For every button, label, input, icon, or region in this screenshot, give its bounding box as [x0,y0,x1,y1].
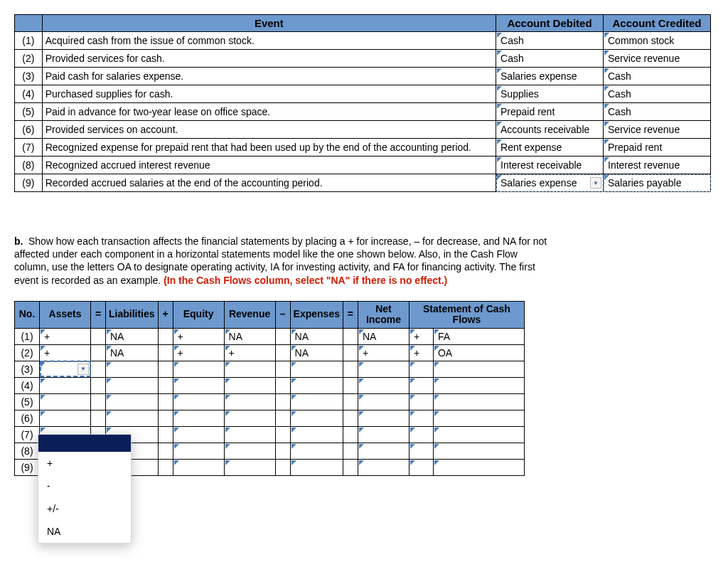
equity-cell[interactable] [173,426,224,443]
op-eq2 [343,459,358,475]
revenue-cell[interactable] [224,443,275,459]
instruction-block: b. Show how each transaction affects the… [14,235,555,287]
chevron-down-icon[interactable]: ▼ [77,364,89,375]
debited-cell[interactable]: Supplies [496,85,604,103]
credited-cell[interactable]: Interest revenue [604,157,711,174]
expenses-cell[interactable] [290,410,343,426]
credited-cell[interactable]: Cash [604,103,711,121]
cash-type-cell[interactable]: OA [433,344,524,361]
revenue-cell[interactable] [224,393,275,410]
liab-cell[interactable]: NA [106,344,159,361]
expenses-cell[interactable] [290,377,343,393]
equity-cell[interactable] [173,459,224,475]
credited-cell[interactable]: Common stock [604,32,711,50]
op-minus [275,328,290,344]
assets-cell[interactable]: + [40,328,91,344]
assets-cell[interactable] [40,393,91,410]
credited-cell[interactable]: Salaries payable [604,174,711,192]
credited-cell[interactable]: Prepaid rent [604,139,711,157]
expenses-cell[interactable] [290,459,343,475]
net-cell[interactable] [358,410,409,426]
cash-type-cell[interactable]: FA [433,328,524,344]
net-cell[interactable] [358,459,409,475]
revenue-cell[interactable] [224,410,275,426]
cash-type-cell[interactable] [433,410,524,426]
equity-cell[interactable] [173,443,224,459]
debited-cell[interactable]: Accounts receivable [496,121,604,139]
debited-cell[interactable]: Cash [496,50,604,68]
expenses-cell[interactable]: NA [290,328,343,344]
event-text: Provided services on account. [42,121,496,139]
expenses-cell[interactable] [290,443,343,459]
cash-sign-cell[interactable] [409,361,433,377]
liab-cell[interactable] [106,393,159,410]
revenue-cell[interactable]: NA [224,328,275,344]
debited-cell[interactable]: Interest receivable [496,157,604,174]
revenue-cell[interactable]: + [224,344,275,361]
row-num: (3) [15,68,43,85]
debited-cell[interactable]: Rent expense [496,139,604,157]
dropdown-option-blank[interactable] [38,435,131,452]
dropdown-option-plus[interactable]: + [38,452,131,475]
cash-type-cell[interactable] [433,393,524,410]
cash-type-cell[interactable] [433,443,524,459]
net-cell[interactable] [358,361,409,377]
liab-cell[interactable] [106,377,159,393]
liab-cell[interactable] [106,410,159,426]
credited-cell[interactable]: Cash [604,85,711,103]
net-cell[interactable] [358,377,409,393]
op-plus [158,426,173,443]
equity-cell[interactable]: + [173,328,224,344]
dropdown-option-minus[interactable]: - [38,475,131,490]
cash-sign-cell[interactable] [409,393,433,410]
dropdown-popup[interactable]: + - +/- NA [38,434,132,490]
debited-cell[interactable]: Salaries expense [496,68,604,85]
chevron-down-icon[interactable]: ▼ [590,177,601,189]
expenses-cell[interactable] [290,361,343,377]
net-cell[interactable] [358,426,409,443]
h-no: No. [15,301,40,328]
expenses-cell[interactable] [290,426,343,443]
equity-cell[interactable] [173,377,224,393]
op-plus [158,344,173,361]
liab-cell[interactable] [106,361,159,377]
revenue-cell[interactable] [224,377,275,393]
cash-type-cell[interactable] [433,377,524,393]
credited-cell[interactable]: Cash [604,68,711,85]
net-cell[interactable]: NA [358,328,409,344]
equity-cell[interactable]: + [173,344,224,361]
expenses-cell[interactable]: NA [290,344,343,361]
cash-sign-cell[interactable] [409,377,433,393]
cash-sign-cell[interactable] [409,426,433,443]
cash-sign-cell[interactable]: + [409,344,433,361]
row-num: (6) [15,121,43,139]
liab-cell[interactable]: NA [106,328,159,344]
equity-cell[interactable] [173,361,224,377]
revenue-cell[interactable] [224,459,275,475]
cash-sign-cell[interactable] [409,443,433,459]
credited-cell[interactable]: Service revenue [604,50,711,68]
debited-cell[interactable]: Cash [496,32,604,50]
col-credited: Account Credited [604,15,711,32]
debited-cell[interactable]: Salaries expense▼ [496,174,604,192]
revenue-cell[interactable] [224,426,275,443]
cash-sign-cell[interactable] [409,410,433,426]
cash-type-cell[interactable] [433,459,524,475]
cash-type-cell[interactable] [433,426,524,443]
assets-cell[interactable] [40,410,91,426]
equity-cell[interactable] [173,410,224,426]
equity-cell[interactable] [173,393,224,410]
assets-cell[interactable]: ▼ [40,361,91,377]
assets-cell[interactable]: + [40,344,91,361]
credited-cell[interactable]: Service revenue [604,121,711,139]
revenue-cell[interactable] [224,361,275,377]
net-cell[interactable] [358,443,409,459]
expenses-cell[interactable] [290,393,343,410]
assets-cell[interactable] [40,377,91,393]
net-cell[interactable] [358,393,409,410]
cash-sign-cell[interactable] [409,459,433,475]
cash-sign-cell[interactable]: + [409,328,433,344]
cash-type-cell[interactable] [433,361,524,377]
net-cell[interactable]: + [358,344,409,361]
debited-cell[interactable]: Prepaid rent [496,103,604,121]
